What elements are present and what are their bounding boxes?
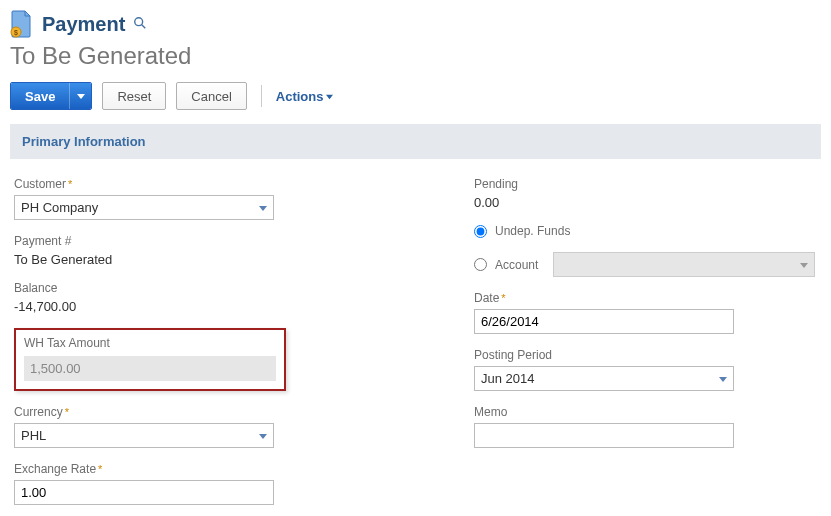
posting-period-value: Jun 2014	[481, 371, 535, 386]
customer-label: Customer	[14, 177, 354, 191]
balance-label: Balance	[14, 281, 354, 295]
balance-field: Balance -14,700.00	[14, 281, 354, 314]
caret-down-icon	[253, 424, 273, 447]
payment-number-field: Payment # To Be Generated	[14, 234, 354, 267]
svg-point-2	[135, 17, 143, 25]
payment-doc-icon: $	[10, 10, 34, 38]
posting-period-label: Posting Period	[474, 348, 817, 362]
customer-value: PH Company	[21, 200, 98, 215]
undep-funds-label: Undep. Funds	[495, 224, 570, 238]
date-input[interactable]	[474, 309, 734, 334]
caret-down-icon	[713, 367, 733, 390]
customer-field: Customer PH Company	[14, 177, 354, 220]
page-title: Payment	[42, 13, 125, 36]
payment-number-value: To Be Generated	[14, 252, 354, 267]
account-row: Account	[474, 252, 817, 277]
caret-down-icon	[794, 253, 814, 276]
currency-field: Currency PHL	[14, 405, 354, 448]
form-right-column: Pending 0.00 Undep. Funds Account Date P…	[394, 177, 817, 516]
caret-down-icon	[326, 93, 333, 100]
reset-button[interactable]: Reset	[102, 82, 166, 110]
memo-label: Memo	[474, 405, 817, 419]
page-header: $ Payment	[10, 10, 821, 38]
pending-field: Pending 0.00	[474, 177, 817, 210]
account-select	[553, 252, 815, 277]
caret-down-icon	[253, 196, 273, 219]
exchange-rate-input[interactable]	[14, 480, 274, 505]
posting-period-field: Posting Period Jun 2014	[474, 348, 817, 391]
balance-value: -14,700.00	[14, 299, 354, 314]
form-left-column: Customer PH Company Payment # To Be Gene…	[14, 177, 354, 516]
save-button-group: Save	[10, 82, 92, 110]
pending-value: 0.00	[474, 195, 817, 210]
cancel-button[interactable]: Cancel	[176, 82, 246, 110]
exchange-rate-label: Exchange Rate	[14, 462, 354, 476]
memo-field: Memo	[474, 405, 817, 448]
memo-input[interactable]	[474, 423, 734, 448]
divider	[261, 85, 262, 107]
svg-text:$: $	[14, 29, 18, 37]
payment-number-label: Payment #	[14, 234, 354, 248]
record-subtitle: To Be Generated	[10, 42, 821, 70]
pending-label: Pending	[474, 177, 817, 191]
actions-menu[interactable]: Actions	[276, 89, 334, 104]
undep-funds-row: Undep. Funds	[474, 224, 817, 238]
date-label: Date	[474, 291, 817, 305]
whtax-highlight: WH Tax Amount	[14, 328, 286, 391]
whtax-input	[24, 356, 276, 381]
date-field: Date	[474, 291, 817, 334]
currency-select[interactable]: PHL	[14, 423, 274, 448]
save-button[interactable]: Save	[11, 83, 69, 109]
account-label: Account	[495, 258, 545, 272]
whtax-label: WH Tax Amount	[24, 336, 276, 350]
account-radio[interactable]	[474, 258, 487, 271]
save-dropdown-button[interactable]	[69, 83, 91, 109]
customer-select[interactable]: PH Company	[14, 195, 274, 220]
undep-funds-radio[interactable]	[474, 225, 487, 238]
search-icon[interactable]	[133, 16, 147, 33]
exchange-rate-field: Exchange Rate	[14, 462, 354, 505]
currency-value: PHL	[21, 428, 46, 443]
button-bar: Save Reset Cancel Actions	[10, 82, 821, 110]
svg-line-3	[142, 24, 146, 28]
section-primary-info: Primary Information	[10, 124, 821, 159]
form-grid: Customer PH Company Payment # To Be Gene…	[10, 177, 821, 516]
currency-label: Currency	[14, 405, 354, 419]
posting-period-select[interactable]: Jun 2014	[474, 366, 734, 391]
actions-label: Actions	[276, 89, 324, 104]
caret-down-icon	[77, 92, 85, 100]
